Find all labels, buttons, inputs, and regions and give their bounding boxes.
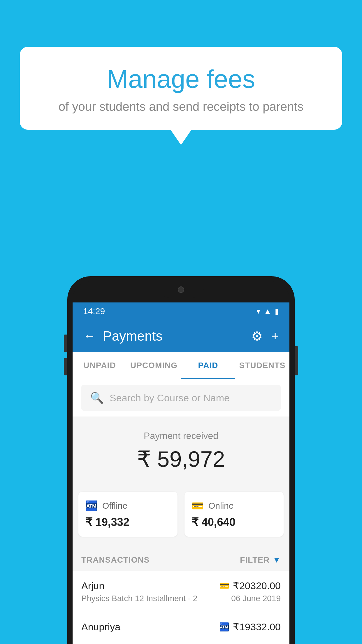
phone-outer: 14:29 ▾ ▲ ▮ ← Payments ⚙ + UNPAID UPCOMI… xyxy=(67,276,295,644)
transaction-amount: ₹19332.00 xyxy=(233,621,281,633)
online-amount: ₹ 40,640 xyxy=(191,516,277,528)
settings-icon[interactable]: ⚙ xyxy=(251,329,263,344)
transaction-row[interactable]: Arjun 💳 ₹20320.00 Physics Batch 12 Insta… xyxy=(73,571,289,612)
transaction-type-icon: 💳 xyxy=(219,581,229,591)
add-icon[interactable]: + xyxy=(271,329,279,343)
offline-icon: 🏧 xyxy=(85,500,98,512)
transaction-top: Anupriya 🏧 ₹19332.00 xyxy=(81,621,281,633)
payment-received-label: Payment received xyxy=(81,430,281,441)
offline-amount: ₹ 19,332 xyxy=(85,516,171,528)
transaction-row[interactable]: Anupriya 🏧 ₹19332.00 xyxy=(73,612,289,644)
search-container: 🔍 Search by Course or Name xyxy=(73,379,289,416)
signal-icon: ▲ xyxy=(264,307,271,316)
online-label: Online xyxy=(208,501,234,511)
header-right: ⚙ + xyxy=(251,329,279,344)
online-payment-card: 💳 Online ₹ 40,640 xyxy=(184,492,284,537)
tab-students[interactable]: STUDENTS xyxy=(235,352,289,379)
transaction-amount-container: 🏧 ₹19332.00 xyxy=(219,621,281,633)
speech-bubble: Manage fees of your students and send re… xyxy=(20,47,342,130)
transaction-date: 06 June 2019 xyxy=(231,594,281,603)
header-title: Payments xyxy=(103,328,163,344)
filter-label: FILTER xyxy=(240,555,270,565)
transaction-course: Physics Batch 12 Installment - 2 xyxy=(81,594,197,603)
transaction-amount-container: 💳 ₹20320.00 xyxy=(219,580,281,592)
phone-mockup: 14:29 ▾ ▲ ▮ ← Payments ⚙ + UNPAID UPCOMI… xyxy=(67,276,295,644)
transactions-label: TRANSACTIONS xyxy=(81,555,150,565)
offline-label: Offline xyxy=(102,501,127,511)
offline-payment-card: 🏧 Offline ₹ 19,332 xyxy=(78,492,178,537)
app-header: ← Payments ⚙ + xyxy=(73,320,289,352)
tab-paid[interactable]: PAID xyxy=(181,352,235,379)
payment-cards: 🏧 Offline ₹ 19,332 💳 Online ₹ 40,640 xyxy=(73,492,289,547)
phone-notch-area xyxy=(73,281,289,302)
volume-down-button xyxy=(64,358,67,375)
speech-bubble-section: Manage fees of your students and send re… xyxy=(20,47,342,130)
bubble-title: Manage fees xyxy=(34,64,328,94)
search-bar[interactable]: 🔍 Search by Course or Name xyxy=(81,385,281,411)
front-camera xyxy=(178,286,184,293)
search-placeholder: Search by Course or Name xyxy=(110,392,230,404)
transaction-top: Arjun 💳 ₹20320.00 xyxy=(81,580,281,592)
payment-summary: Payment received ₹ 59,972 xyxy=(73,416,289,492)
phone-notch xyxy=(158,281,204,298)
tab-upcoming[interactable]: UPCOMING xyxy=(127,352,181,379)
transaction-amount: ₹20320.00 xyxy=(233,580,281,592)
online-icon: 💳 xyxy=(191,500,204,512)
transactions-header: TRANSACTIONS FILTER ▼ xyxy=(73,547,289,571)
status-time: 14:29 xyxy=(83,306,105,316)
transaction-name: Anupriya xyxy=(81,621,120,633)
filter-button[interactable]: FILTER ▼ xyxy=(240,555,281,565)
transaction-type-icon: 🏧 xyxy=(219,622,229,632)
battery-icon: ▮ xyxy=(275,307,279,316)
power-button xyxy=(295,346,298,375)
status-icons: ▾ ▲ ▮ xyxy=(256,307,279,316)
payment-total-amount: ₹ 59,972 xyxy=(81,446,281,472)
back-button[interactable]: ← xyxy=(83,329,96,343)
tab-unpaid[interactable]: UNPAID xyxy=(73,352,127,379)
wifi-icon: ▾ xyxy=(256,307,260,316)
tabs-container: UNPAID UPCOMING PAID STUDENTS xyxy=(73,352,289,379)
bubble-subtitle: of your students and send receipts to pa… xyxy=(34,100,328,114)
phone-side-buttons xyxy=(64,335,67,381)
volume-up-button xyxy=(64,335,67,352)
offline-card-header: 🏧 Offline xyxy=(85,500,171,512)
filter-icon: ▼ xyxy=(273,555,281,565)
search-icon: 🔍 xyxy=(90,391,104,404)
transaction-bottom: Physics Batch 12 Installment - 2 06 June… xyxy=(81,594,281,603)
status-bar: 14:29 ▾ ▲ ▮ xyxy=(73,302,289,320)
transaction-name: Arjun xyxy=(81,580,104,592)
phone-screen: 🔍 Search by Course or Name Payment recei… xyxy=(73,379,289,644)
online-card-header: 💳 Online xyxy=(191,500,277,512)
header-left: ← Payments xyxy=(83,328,163,344)
